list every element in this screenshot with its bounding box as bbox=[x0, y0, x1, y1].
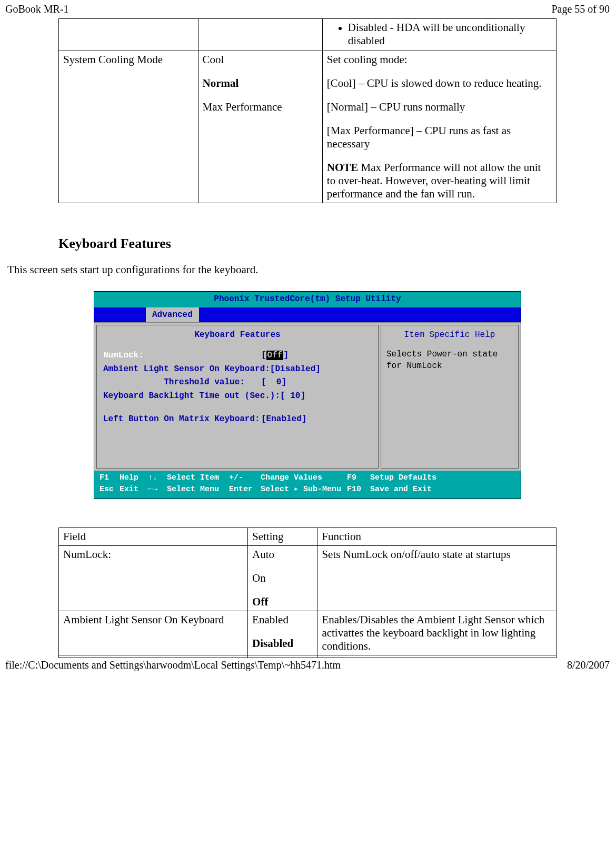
cell-field: Ambient Light Sensor On Keyboard bbox=[59, 611, 248, 655]
bios-footer-cell: Save and Exit bbox=[370, 484, 515, 495]
bios-footer-cell: Setup Defaults bbox=[370, 473, 515, 483]
bios-footer-cell: +/- bbox=[229, 473, 261, 483]
setting-option: Off bbox=[252, 595, 313, 609]
section-heading: Keyboard Features bbox=[58, 236, 557, 252]
list-item: Disabled - HDA will be unconditionally d… bbox=[348, 21, 552, 47]
bios-footer-cell: F10 bbox=[347, 484, 370, 495]
bios-row: Left Button On Matrix Keyboard:[Enabled] bbox=[103, 414, 372, 425]
setting-option: Cool bbox=[203, 53, 318, 66]
bios-footer-cell: ↑↓ bbox=[148, 473, 167, 483]
bios-row: Ambient Light Sensor On Keyboard:[Disabl… bbox=[103, 364, 372, 375]
bios-row-label: NumLock: bbox=[103, 350, 261, 362]
bios-screenshot: Phoenix TrustedCore(tm) Setup Utility Ad… bbox=[94, 291, 521, 499]
bios-row-value: [ 0] bbox=[261, 377, 286, 389]
bios-footer-cell: Select ▸ Sub-Menu bbox=[261, 484, 347, 495]
bios-row-label: Threshold value: bbox=[103, 377, 261, 389]
bios-footer-cell: F9 bbox=[347, 473, 370, 483]
bios-footer-cell: Select Item bbox=[167, 473, 229, 483]
cell-function: Set cooling mode: [Cool] – CPU is slowed… bbox=[322, 51, 556, 203]
bios-footer-cell: Exit bbox=[120, 484, 148, 495]
bios-footer-cell: Select Menu bbox=[167, 484, 229, 495]
bios-row: Keyboard Backlight Time out (Sec.):[ 10] bbox=[103, 391, 372, 402]
settings-table-top: Disabled - HDA will be unconditionally d… bbox=[58, 18, 557, 203]
function-text: Set cooling mode: bbox=[327, 53, 552, 66]
table-row: Ambient Light Sensor On KeyboardEnabledD… bbox=[59, 611, 557, 655]
function-text: [Cool] – CPU is slowed down to reduce he… bbox=[327, 77, 552, 90]
bios-footer-cell: Esc bbox=[100, 484, 120, 495]
bios-footer-cell: ←→ bbox=[148, 484, 167, 495]
bios-help-title: Item Specific Help bbox=[386, 330, 513, 341]
bullet-text: Disabled - HDA will be unconditionally d… bbox=[348, 21, 525, 47]
bios-row-value: [Enabled] bbox=[261, 414, 306, 425]
bios-help-panel: Item Specific Help Selects Power-on stat… bbox=[381, 325, 519, 469]
bios-tab-advanced: Advanced bbox=[146, 307, 199, 322]
function-text: [Max Performance] – CPU runs as fast as … bbox=[327, 124, 552, 151]
cell-field: NumLock: bbox=[59, 545, 248, 611]
bios-footer-cell: Help bbox=[120, 473, 148, 483]
function-note: NOTE Max Performance will not allow the … bbox=[327, 161, 552, 201]
table-row: Disabled - HDA will be unconditionally d… bbox=[59, 19, 557, 51]
bios-row bbox=[103, 404, 372, 412]
cell-field bbox=[59, 19, 198, 51]
bios-row-label: Ambient Light Sensor On Keyboard: bbox=[103, 364, 270, 375]
doc-title: GoBook MR-1 bbox=[5, 3, 69, 15]
bios-footer: F1Help↑↓Select Item+/-Change ValuesF9Set… bbox=[94, 471, 521, 499]
bios-row: NumLock:[Off] bbox=[103, 350, 372, 362]
bios-left-panel: Keyboard Features NumLock:[Off]Ambient L… bbox=[96, 325, 379, 469]
bios-title: Phoenix TrustedCore(tm) Setup Utility bbox=[94, 292, 521, 307]
function-text: [Normal] – CPU runs normally bbox=[327, 101, 552, 114]
setting-option: Disabled bbox=[252, 637, 313, 650]
table-header-row: Field Setting Function bbox=[59, 527, 557, 545]
cell-function: Enables/Disables the Ambient Light Senso… bbox=[317, 611, 557, 655]
bios-panel-title: Keyboard Features bbox=[103, 330, 372, 341]
bios-row-label: Left Button On Matrix Keyboard: bbox=[103, 414, 261, 425]
table-row: NumLock:AutoOnOffSets NumLock on/off/aut… bbox=[59, 545, 557, 611]
setting-option: Enabled bbox=[252, 613, 313, 626]
bios-footer-cell: Change Values bbox=[261, 473, 347, 483]
page-indicator: Page 55 of 90 bbox=[551, 3, 610, 15]
file-path: file://C:\Documents and Settings\harwood… bbox=[5, 659, 341, 671]
setting-option: On bbox=[252, 572, 313, 585]
col-header: Setting bbox=[248, 527, 317, 545]
setting-option: Max Performance bbox=[203, 101, 318, 114]
cell-setting: AutoOnOff bbox=[248, 545, 317, 611]
settings-table-bottom: Field Setting Function NumLock:AutoOnOff… bbox=[58, 527, 557, 655]
cell-field: System Cooling Mode bbox=[59, 51, 198, 203]
bios-help-text: Selects Power-on state for NumLock bbox=[386, 349, 513, 372]
cell-function: Sets NumLock on/off/auto state at startu… bbox=[317, 545, 557, 611]
cell-function: Disabled - HDA will be unconditionally d… bbox=[322, 19, 556, 51]
bios-footer-cell: F1 bbox=[100, 473, 120, 483]
cell-setting: EnabledDisabled bbox=[248, 611, 317, 655]
bios-row-label: Keyboard Backlight Time out (Sec.): bbox=[103, 391, 280, 402]
section-description: This screen sets start up configurations… bbox=[3, 263, 612, 276]
bios-row: Threshold value:[ 0] bbox=[103, 377, 372, 389]
col-header: Field bbox=[59, 527, 248, 545]
setting-option: Normal bbox=[203, 77, 318, 90]
table-row: System Cooling Mode Cool Normal Max Perf… bbox=[59, 51, 557, 203]
col-header: Function bbox=[317, 527, 557, 545]
setting-option: Auto bbox=[252, 548, 313, 561]
bios-row-value: [Off] bbox=[261, 350, 289, 362]
bios-footer-cell: Enter bbox=[229, 484, 261, 495]
bios-row-value: [ 10] bbox=[280, 391, 305, 402]
file-date: 8/20/2007 bbox=[567, 659, 610, 671]
bios-tabs: Advanced bbox=[94, 307, 521, 322]
cell-setting: Cool Normal Max Performance bbox=[198, 51, 322, 203]
cell-setting bbox=[198, 19, 322, 51]
bios-row-value: [Disabled] bbox=[270, 364, 321, 375]
